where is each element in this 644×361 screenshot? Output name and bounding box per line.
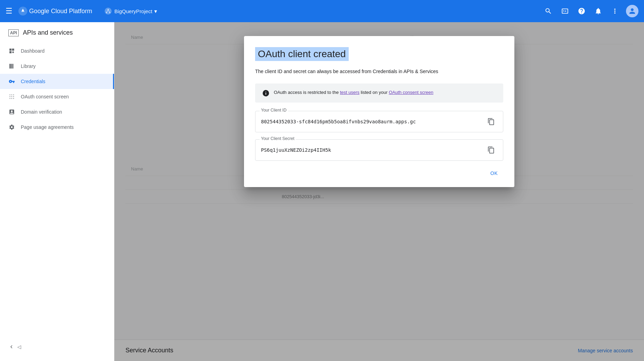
- sidebar-collapse-button[interactable]: ◁: [0, 340, 29, 354]
- svg-point-11: [11, 98, 12, 99]
- more-vert-icon: [611, 7, 619, 15]
- collapse-label: ◁: [17, 344, 21, 350]
- dialog-actions: OK: [255, 168, 503, 179]
- dialog-subtitle: The client ID and secret can always be a…: [255, 68, 503, 75]
- svg-point-3: [109, 12, 110, 13]
- ok-button[interactable]: OK: [485, 168, 503, 179]
- project-selector[interactable]: BigQueryProject ▾: [101, 6, 161, 17]
- svg-line-4: [106, 10, 108, 12]
- client-secret-field: Your Client Secret PS6q1juuXzNEZOi2zp4II…: [255, 139, 503, 161]
- nodes-icon: [105, 8, 111, 14]
- client-id-value: 802544352033-sfc84d16pm5b5oa8ifvnbs29vao…: [261, 119, 416, 124]
- more-options-button[interactable]: [608, 4, 622, 18]
- sidebar-header: API APIs and services: [0, 25, 114, 43]
- search-icon: [545, 7, 552, 15]
- svg-point-2: [106, 12, 107, 13]
- notifications-button[interactable]: [591, 4, 605, 18]
- search-button[interactable]: [541, 4, 555, 18]
- sidebar-item-domain-verification[interactable]: Domain verification: [0, 104, 114, 120]
- info-text-middle: listed on your: [359, 90, 389, 95]
- copy-client-secret-button[interactable]: [485, 144, 497, 156]
- google-cloud-logo: Google Cloud Platform: [18, 6, 92, 16]
- svg-point-10: [11, 96, 12, 97]
- google-cloud-icon: [18, 6, 28, 16]
- sidebar-item-label: Dashboard: [21, 48, 45, 54]
- svg-point-6: [10, 95, 10, 95]
- info-text-before: OAuth access is restricted to the: [274, 90, 340, 95]
- library-icon: [8, 63, 15, 70]
- sidebar-item-label: Page usage agreements: [21, 124, 74, 130]
- client-id-label: Your Client ID: [260, 108, 288, 113]
- oauth-created-dialog: OAuth client created The client ID and s…: [244, 36, 514, 187]
- client-secret-value: PS6q1juuXzNEZOi2zp4IIH5k: [261, 147, 331, 153]
- api-badge: API: [8, 29, 19, 36]
- svg-point-13: [13, 96, 14, 97]
- copy-client-id-button[interactable]: [485, 115, 497, 128]
- project-chevron-icon: ▾: [154, 8, 157, 15]
- svg-point-8: [10, 98, 10, 99]
- nav-actions: [541, 4, 638, 18]
- svg-point-9: [11, 95, 12, 95]
- dashboard-icon: [8, 47, 15, 54]
- svg-point-7: [10, 96, 10, 97]
- content-area: Name Key Name Client ID 802544352033-sfc…: [114, 22, 644, 361]
- top-navigation: ☰ Google Cloud Platform BigQueryProject …: [0, 0, 644, 22]
- domain-verification-icon: [8, 108, 15, 115]
- sidebar-item-oauth-consent[interactable]: OAuth consent screen: [0, 89, 114, 104]
- sidebar-item-dashboard[interactable]: Dashboard: [0, 43, 114, 59]
- main-layout: API APIs and services Dashboard Library …: [0, 22, 644, 361]
- project-name: BigQueryProject: [114, 8, 152, 14]
- info-box: OAuth access is restricted to the test u…: [255, 83, 503, 103]
- sidebar-item-label: Domain verification: [21, 109, 62, 115]
- terminal-icon: [561, 7, 569, 15]
- help-icon: [578, 7, 585, 15]
- oauth-consent-icon: [8, 93, 15, 100]
- sidebar-item-page-usage[interactable]: Page usage agreements: [0, 120, 114, 135]
- client-secret-label: Your Client Secret: [260, 136, 296, 141]
- avatar-icon: [628, 7, 636, 15]
- sidebar: API APIs and services Dashboard Library …: [0, 22, 114, 361]
- svg-point-12: [13, 95, 14, 95]
- app-title: Google Cloud Platform: [29, 8, 92, 15]
- sidebar-item-label: Library: [21, 63, 36, 69]
- client-id-field: Your Client ID 802544352033-sfc84d16pm5b…: [255, 111, 503, 132]
- client-id-content: 802544352033-sfc84d16pm5b5oa8ifvnbs29vao…: [261, 115, 497, 128]
- user-avatar[interactable]: [626, 5, 638, 17]
- sidebar-item-credentials[interactable]: Credentials: [0, 74, 114, 89]
- client-secret-content: PS6q1juuXzNEZOi2zp4IIH5k: [261, 144, 497, 156]
- svg-point-1: [108, 9, 109, 10]
- info-box-text: OAuth access is restricted to the test u…: [274, 89, 433, 96]
- sidebar-item-label: OAuth consent screen: [21, 94, 69, 99]
- svg-line-5: [108, 10, 110, 12]
- dialog-title: OAuth client created: [255, 47, 349, 61]
- sidebar-title: APIs and services: [23, 29, 73, 36]
- terminal-button[interactable]: [558, 4, 572, 18]
- sidebar-item-library[interactable]: Library: [0, 59, 114, 74]
- modal-overlay: OAuth client created The client ID and s…: [114, 22, 644, 361]
- copy-icon: [487, 118, 495, 125]
- info-icon: [262, 89, 270, 97]
- sidebar-item-label: Credentials: [21, 79, 45, 84]
- test-users-link[interactable]: test users: [340, 90, 359, 95]
- hamburger-menu-icon[interactable]: ☰: [6, 7, 12, 16]
- bell-icon: [594, 7, 602, 15]
- svg-point-14: [13, 98, 14, 99]
- copy-icon: [487, 146, 495, 154]
- project-icon: [105, 8, 112, 15]
- collapse-icon: [8, 344, 15, 350]
- page-usage-icon: [8, 124, 15, 131]
- credentials-icon: [8, 78, 15, 85]
- oauth-consent-screen-link[interactable]: OAuth consent screen: [389, 90, 434, 95]
- help-button[interactable]: [575, 4, 589, 18]
